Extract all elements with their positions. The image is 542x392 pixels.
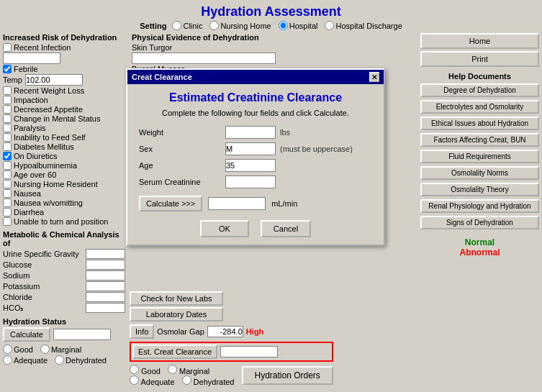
hydration-orders-btn[interactable]: Hydration Orders: [242, 366, 333, 385]
hydration-status-title: Hydration Status: [3, 317, 129, 326]
input-glucose[interactable]: [86, 260, 125, 270]
cb-nausea-vomitting: Nausea w/vomitting: [3, 199, 129, 207]
cb-diarrhea: Diarrhea: [3, 208, 129, 216]
field-potassium: Potassium: [3, 281, 129, 291]
modal-body: Estimated Creatinine Clearance Complete …: [127, 84, 384, 245]
physical-evidence-title: Physical Evidence of Dehydration: [132, 33, 417, 42]
modal-field-serum-creatinine: Serum Creatinine: [139, 176, 372, 188]
temp-row: Temp: [3, 74, 129, 86]
help-signs-dehydration[interactable]: Signs of Dehydration: [420, 216, 539, 229]
radio-dehydrated-bottom[interactable]: Dehydrated: [182, 375, 235, 386]
radio-row2: Adequate Dehydrated: [130, 375, 235, 386]
checkbox-recent-infection: Recent Infection: [3, 43, 129, 52]
main-container: Hydration Assessment Setting Clinic Nurs…: [0, 0, 542, 392]
cb-nausea: Nausea: [3, 189, 129, 198]
input-skin-turgor[interactable]: [132, 53, 276, 64]
radio-marginal[interactable]: Marginal: [40, 345, 81, 354]
radio-good-bottom[interactable]: Good: [130, 365, 161, 375]
input-urine-gravity[interactable]: [86, 249, 125, 259]
calculate-button[interactable]: Calculate: [3, 327, 50, 342]
help-ethical-issues[interactable]: Ethical Issues about Hydration: [420, 117, 539, 130]
radio-row-1: Good Marginal: [3, 345, 129, 354]
high-label: High: [246, 327, 263, 336]
modal-close-button[interactable]: ✕: [369, 72, 379, 82]
osmolar-gap-input[interactable]: [207, 326, 243, 337]
modal-field-age: Age: [139, 159, 372, 172]
cb-nursing-home-resident: Nursing Home Resident: [3, 180, 129, 188]
info-button[interactable]: Info: [130, 324, 154, 339]
temp-input[interactable]: [25, 74, 83, 86]
radio-adequate-bottom[interactable]: Adequate: [130, 375, 175, 386]
help-fluid-requirements[interactable]: Fluid Requirements: [420, 150, 539, 163]
cb-recent-infection[interactable]: [3, 43, 12, 52]
lab-section: Check for New Labs Laboratory Dates Info…: [130, 291, 333, 386]
setting-nursing-home[interactable]: Nursing Home: [209, 21, 271, 30]
sex-input[interactable]: [225, 142, 276, 155]
serum-creatinine-input[interactable]: [225, 176, 276, 188]
input-potassium[interactable]: [86, 281, 125, 291]
modal-calculate-btn[interactable]: Calculate >>>: [139, 196, 202, 211]
sex-label: Sex: [139, 145, 225, 153]
radio-dehydrated[interactable]: Dehydrated: [55, 355, 107, 365]
age-input[interactable]: [225, 159, 276, 172]
input-chloride[interactable]: [86, 292, 125, 302]
title-area: Hydration Assessment: [0, 0, 542, 21]
page-title: Hydration Assessment: [0, 4, 542, 19]
risk-section-title: Increased Risk of Dehydration: [3, 33, 129, 42]
creat-clearance-input[interactable]: [220, 346, 278, 357]
cb-unable-turn: Unable to turn and position: [3, 217, 129, 226]
lab-buttons-group: Check for New Labs Laboratory Dates: [130, 291, 333, 322]
radio-adequate[interactable]: Adequate: [3, 355, 48, 365]
weight-input[interactable]: [225, 126, 276, 139]
calculate-row: Calculate: [3, 327, 129, 342]
field-urine-gravity: Urine Specific Gravity: [3, 249, 129, 259]
bottom-radio-area: Good Marginal Adequate Dehydrated: [130, 365, 235, 386]
field-glucose: Glucose: [3, 260, 129, 270]
cb-paralysis: Paralysis: [3, 124, 129, 132]
cb-decreased-appetite: Decreased Appetite: [3, 105, 129, 114]
help-docs-title: Help Documents: [420, 72, 539, 81]
weight-label: Weight: [139, 128, 225, 137]
cb-febrile[interactable]: [3, 65, 12, 73]
radio-row-2: Adequate Dehydrated: [3, 355, 129, 365]
cb-inability-feed-self: Inability to Feed Self: [3, 133, 129, 142]
weight-unit: lbs: [280, 128, 290, 137]
laboratory-dates-btn[interactable]: Laboratory Dates: [130, 307, 223, 322]
creat-clearance-modal: Creat Clearance ✕ Estimated Creatinine C…: [126, 68, 385, 246]
est-creat-clearance-btn[interactable]: Est. Creat Clearance: [132, 345, 217, 359]
help-electrolytes-osmolarity[interactable]: Electrolytes and Osmolarity: [420, 100, 539, 114]
calc-result-input[interactable]: [53, 329, 111, 340]
radio-marginal-bottom[interactable]: Marginal: [168, 365, 209, 375]
print-button[interactable]: Print: [420, 51, 539, 67]
metabolic-section-title: Metabolic & Chemical Analysis of: [3, 230, 129, 247]
legend-area: Normal Abnormal: [420, 237, 539, 257]
help-degree-dehydration[interactable]: Degree of Dehydration: [420, 83, 539, 97]
input-hco3[interactable]: [86, 303, 125, 313]
setting-hospital-discharge[interactable]: Hospital Discharge: [325, 21, 402, 30]
info-osmolar-row: Info Osmolar Gap High: [130, 324, 333, 339]
temp-label: Temp: [3, 76, 22, 84]
help-osmolality-norms[interactable]: Osmolality Norms: [420, 166, 539, 180]
modal-title: Creat Clearance: [132, 73, 192, 81]
help-osmolality-theory[interactable]: Osmolality Theory: [420, 183, 539, 196]
check-new-labs-btn[interactable]: Check for New Labs: [130, 291, 223, 306]
help-renal-physiology[interactable]: Renal Physiology and Hydration: [420, 199, 539, 213]
setting-hospital[interactable]: Hospital: [279, 21, 318, 30]
home-button[interactable]: Home: [420, 33, 539, 49]
cb-change-mental-status: Change in Mental Status: [3, 114, 129, 123]
modal-ok-button[interactable]: OK: [200, 220, 249, 237]
setting-clinic[interactable]: Clinic: [172, 21, 202, 30]
input-sodium[interactable]: [86, 270, 125, 281]
modal-result-input[interactable]: [208, 197, 266, 210]
recent-infection-input[interactable]: [3, 53, 60, 64]
modal-cancel-button[interactable]: Cancel: [261, 220, 311, 237]
modal-titlebar: Creat Clearance ✕: [127, 70, 384, 84]
help-factors-affecting-creat[interactable]: Factors Affecting Creat, BUN: [420, 133, 539, 147]
modal-buttons: OK Cancel: [139, 220, 372, 237]
sex-note: (must be uppercase): [280, 145, 353, 153]
abnormal-label: Abnormal: [420, 247, 539, 257]
radio-good[interactable]: Good: [3, 345, 33, 354]
age-label: Age: [139, 161, 225, 170]
radio-row: Good Marginal: [130, 365, 235, 375]
cb-age-over-60: Age over 60: [3, 170, 129, 179]
